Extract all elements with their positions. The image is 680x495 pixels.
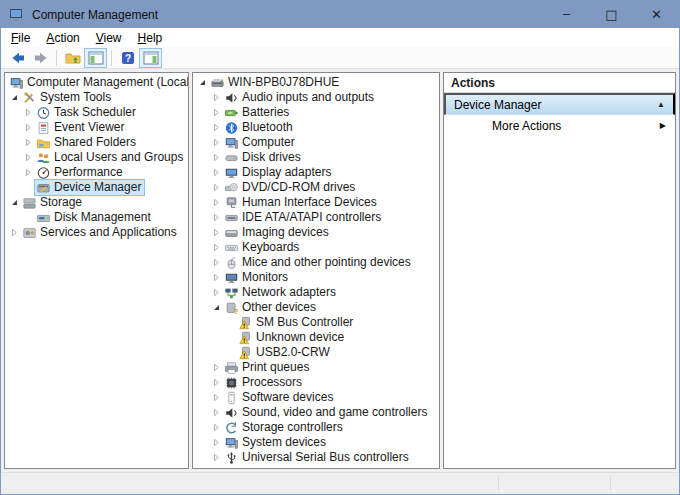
expander-collapsed-icon[interactable] [210, 391, 223, 404]
device-tree-item-sm-bus-controller[interactable]: SM Bus Controller [193, 315, 439, 330]
sharedfolders-icon [36, 136, 51, 150]
expander-collapsed-icon[interactable] [210, 406, 223, 419]
more-actions-item[interactable]: More Actions ▶ [444, 115, 675, 136]
computer-icon [224, 436, 239, 450]
forward-button[interactable] [29, 48, 52, 68]
menu-file[interactable]: File [3, 29, 38, 47]
console-tree-item-performance[interactable]: Performance [5, 165, 188, 180]
expander-collapsed-icon[interactable] [210, 196, 223, 209]
device-tree-item-audio-inputs-and-outputs[interactable]: Audio inputs and outputs [193, 90, 439, 105]
console-tree-item-services-and-applications[interactable]: Services and Applications [5, 225, 188, 240]
device-tree-item-usb2-0-crw[interactable]: USB2.0-CRW [193, 345, 439, 360]
device-tree-item-unknown-device[interactable]: Unknown device [193, 330, 439, 345]
console-tree-item-storage[interactable]: Storage [5, 195, 188, 210]
console-tree-item-disk-management[interactable]: Disk Management [5, 210, 188, 225]
device-tree-item-dvd-cd-rom-drives[interactable]: DVD/CD-ROM drives [193, 180, 439, 195]
expander-collapsed-icon[interactable] [210, 151, 223, 164]
expander-expanded-icon[interactable] [8, 196, 21, 209]
menu-action[interactable]: Action [38, 29, 87, 47]
device-tree-item-disk-drives[interactable]: Disk drives [193, 150, 439, 165]
expander-collapsed-icon[interactable] [210, 166, 223, 179]
expander-collapsed-icon[interactable] [210, 181, 223, 194]
close-button[interactable]: ✕ [634, 1, 679, 28]
maximize-button[interactable]: □ [589, 1, 634, 28]
console-tree-item-computer-management-local[interactable]: Computer Management (Local) [5, 75, 188, 90]
help-button[interactable] [116, 48, 139, 68]
tree-node-label: Other devices [242, 300, 316, 315]
expander-collapsed-icon[interactable] [22, 106, 35, 119]
actions-group-device-manager[interactable]: Device Manager ▲ [444, 93, 675, 115]
device-tree-item-display-adapters[interactable]: Display adapters [193, 165, 439, 180]
expander-collapsed-icon[interactable] [22, 136, 35, 149]
device-tree-item-batteries[interactable]: Batteries [193, 105, 439, 120]
expander-spacer [224, 331, 237, 344]
expander-collapsed-icon[interactable] [210, 421, 223, 434]
device-tree-item-system-devices[interactable]: System devices [193, 435, 439, 450]
action-pane-button[interactable] [139, 48, 162, 68]
diskmgmt-icon [36, 211, 51, 225]
tree-node-label: Services and Applications [40, 225, 177, 240]
expander-collapsed-icon[interactable] [210, 361, 223, 374]
menu-help[interactable]: Help [130, 29, 171, 47]
expander-collapsed-icon[interactable] [210, 226, 223, 239]
device-tree-item-monitors[interactable]: Monitors [193, 270, 439, 285]
console-tree-item-task-scheduler[interactable]: Task Scheduler [5, 105, 188, 120]
console-tree-item-event-viewer[interactable]: Event Viewer [5, 120, 188, 135]
computer-icon [9, 76, 24, 90]
device-tree: WIN-BPB0J78DHUEAudio inputs and outputsB… [193, 73, 439, 465]
back-icon [10, 50, 26, 66]
expander-collapsed-icon[interactable] [8, 226, 21, 239]
device-tree-item-computer[interactable]: Computer [193, 135, 439, 150]
console-tree-item-device-manager[interactable]: Device Manager [5, 180, 188, 195]
tree-node-label: Mice and other pointing devices [242, 255, 411, 270]
device-tree-item-ide-ata-atapi-controllers[interactable]: IDE ATA/ATAPI controllers [193, 210, 439, 225]
console-tree-item-system-tools[interactable]: System Tools [5, 90, 188, 105]
device-tree-item-keyboards[interactable]: Keyboards [193, 240, 439, 255]
expander-collapsed-icon[interactable] [22, 166, 35, 179]
expander-collapsed-icon[interactable] [22, 121, 35, 134]
device-tree-item-imaging-devices[interactable]: Imaging devices [193, 225, 439, 240]
device-tree-item-bluetooth[interactable]: Bluetooth [193, 120, 439, 135]
expander-collapsed-icon[interactable] [210, 286, 223, 299]
device-tree-item-universal-serial-bus-controllers[interactable]: Universal Serial Bus controllers [193, 450, 439, 465]
folder-up-button[interactable] [61, 48, 84, 68]
expander-collapsed-icon[interactable] [22, 151, 35, 164]
expander-collapsed-icon[interactable] [210, 271, 223, 284]
back-button[interactable] [6, 48, 29, 68]
expander-collapsed-icon[interactable] [210, 91, 223, 104]
device-tree-item-storage-controllers[interactable]: Storage controllers [193, 420, 439, 435]
menu-view[interactable]: View [88, 29, 130, 47]
device-tree-item-print-queues[interactable]: Print queues [193, 360, 439, 375]
device-tree-item-processors[interactable]: Processors [193, 375, 439, 390]
expander-collapsed-icon[interactable] [210, 136, 223, 149]
expander-expanded-icon[interactable] [210, 301, 223, 314]
expander-collapsed-icon[interactable] [210, 376, 223, 389]
device-tree-item-win-bpb0j78dhue[interactable]: WIN-BPB0J78DHUE [193, 75, 439, 90]
expander-collapsed-icon[interactable] [210, 451, 223, 464]
expander-collapsed-icon[interactable] [210, 106, 223, 119]
minimize-button[interactable]: ─ [544, 1, 589, 28]
device-tree-item-mice-and-other-pointing-devices[interactable]: Mice and other pointing devices [193, 255, 439, 270]
console-tree-button[interactable] [84, 48, 107, 68]
expander-collapsed-icon[interactable] [210, 121, 223, 134]
collapse-group-icon[interactable]: ▲ [657, 100, 665, 109]
expander-collapsed-icon[interactable] [210, 436, 223, 449]
device-tree-item-network-adapters[interactable]: Network adapters [193, 285, 439, 300]
device-tree-item-human-interface-devices[interactable]: Human Interface Devices [193, 195, 439, 210]
expander-expanded-icon[interactable] [196, 76, 209, 89]
console-tree-item-local-users-and-groups[interactable]: Local Users and Groups [5, 150, 188, 165]
expander-collapsed-icon[interactable] [210, 241, 223, 254]
expander-spacer [22, 211, 35, 224]
device-tree-item-other-devices[interactable]: Other devices [193, 300, 439, 315]
tree-node-label: Print queues [242, 360, 309, 375]
console-tree-item-shared-folders[interactable]: Shared Folders [5, 135, 188, 150]
device-tree-item-sound-video-and-game-controllers[interactable]: Sound, video and game controllers [193, 405, 439, 420]
expander-collapsed-icon[interactable] [210, 211, 223, 224]
storage-icon [22, 196, 37, 210]
action-pane-icon [143, 50, 159, 66]
expander-expanded-icon[interactable] [8, 91, 21, 104]
tree-node-label: Device Manager [54, 180, 141, 195]
tree-node-label: IDE ATA/ATAPI controllers [242, 210, 381, 225]
device-tree-item-software-devices[interactable]: Software devices [193, 390, 439, 405]
expander-collapsed-icon[interactable] [210, 256, 223, 269]
